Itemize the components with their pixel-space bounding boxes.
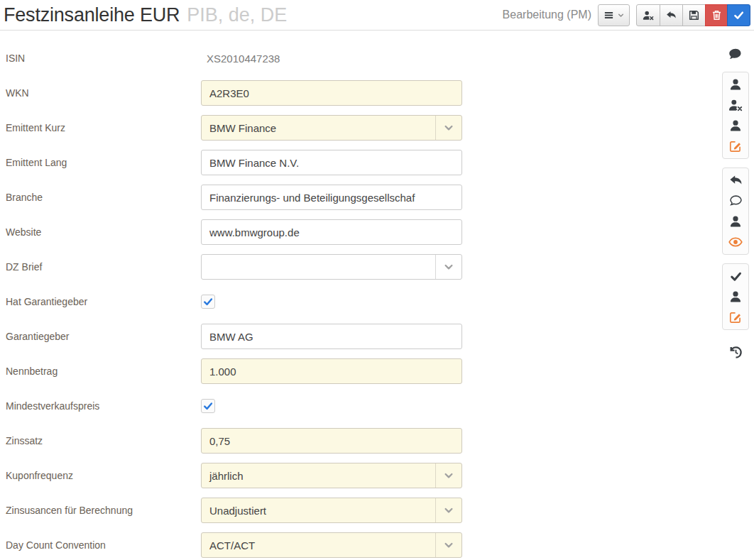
sidebar-group-approve: [722, 263, 749, 330]
isin-value: XS2010447238: [201, 53, 280, 65]
save-button[interactable]: [682, 4, 706, 26]
select-value: ACT/ACT: [202, 533, 435, 557]
form-row-zinssatz: Zinssatz: [6, 428, 717, 454]
form-row-emittent-kurz: Emittent Kurz BMW Finance: [6, 115, 717, 141]
save-icon: [689, 10, 699, 21]
action-sidebar: [717, 31, 754, 560]
nennbetrag-input[interactable]: [201, 358, 462, 384]
zinsusancen-select[interactable]: Unadjustiert: [201, 498, 462, 523]
form-row-day-count: Day Count Convention ACT/ACT: [6, 532, 717, 558]
user-icon[interactable]: [728, 77, 743, 92]
field-label-hat-garantiegeber: Hat Garantiegeber: [6, 296, 201, 307]
sidebar-group-users: [722, 72, 749, 159]
edit-icon[interactable]: [728, 138, 743, 154]
mindestverkaufspreis-checkbox[interactable]: [201, 399, 215, 413]
comment-filled-icon[interactable]: [728, 47, 743, 62]
remove-user-button[interactable]: [636, 4, 660, 26]
form-row-isin: ISIN XS2010447238: [6, 45, 717, 71]
field-label-kuponfrequenz: Kuponfrequenz: [6, 470, 201, 481]
sidebar-group-review: [722, 168, 749, 255]
branche-input[interactable]: [201, 185, 462, 210]
dz-brief-select[interactable]: [201, 254, 462, 280]
chevron-down-icon: [435, 255, 461, 279]
check-icon[interactable]: [728, 268, 743, 284]
chevron-down-icon: [435, 533, 461, 557]
field-label-emittent-kurz: Emittent Kurz: [6, 122, 201, 133]
trash-icon: [712, 10, 721, 21]
user-icon[interactable]: [728, 118, 743, 133]
select-value: BMW Finance: [202, 116, 435, 140]
action-button-group: [636, 4, 750, 26]
form-row-website: Website: [6, 219, 717, 245]
field-label-dz-brief: DZ Brief: [6, 261, 201, 273]
field-label-mindestverkaufspreis: Mindestverkaufspreis: [6, 400, 201, 412]
user-icon[interactable]: [728, 289, 743, 304]
field-label-day-count: Day Count Convention: [6, 539, 201, 551]
page-title: Festzinsanleihe EUR: [4, 4, 180, 26]
hat-garantiegeber-checkbox[interactable]: [201, 295, 215, 309]
history-icon[interactable]: [728, 344, 743, 360]
edit-icon[interactable]: [728, 309, 743, 325]
delete-button[interactable]: [705, 4, 728, 26]
select-value: [202, 255, 435, 279]
field-label-garantiegeber: Garantiegeber: [6, 331, 201, 342]
wkn-input[interactable]: [201, 80, 462, 106]
hamburger-icon: [603, 10, 614, 21]
garantiegeber-input[interactable]: [201, 324, 462, 349]
form-row-branche: Branche: [6, 185, 717, 210]
chevron-down-icon: [435, 498, 461, 522]
eye-icon[interactable]: [728, 234, 743, 250]
zinssatz-input[interactable]: [201, 428, 462, 454]
chevron-down-icon: [435, 116, 461, 140]
status-label: Bearbeitung (PM): [503, 9, 591, 21]
field-label-website: Website: [6, 226, 201, 238]
form-row-wkn: WKN: [6, 80, 717, 106]
form-row-hat-garantiegeber: Hat Garantiegeber: [6, 289, 717, 314]
chevron-down-icon: [435, 463, 461, 488]
select-value: Unadjustiert: [202, 498, 435, 522]
undo-icon[interactable]: [728, 172, 743, 188]
field-label-zinssatz: Zinssatz: [6, 435, 201, 446]
comment-outline-icon[interactable]: [728, 193, 743, 209]
menu-dropdown-button[interactable]: [598, 4, 630, 26]
field-label-zinsusancen: Zinsusancen für Berechnung: [6, 505, 201, 516]
form-row-emittent-lang: Emittent Lang: [6, 150, 717, 175]
field-label-branche: Branche: [6, 192, 201, 203]
form-row-kuponfrequenz: Kuponfrequenz jährlich: [6, 463, 717, 488]
field-label-wkn: WKN: [6, 87, 201, 99]
chevron-down-icon: [618, 12, 624, 18]
bond-edit-form: ISIN XS2010447238 WKN Emittent Kurz BMW …: [0, 31, 717, 560]
form-row-dz-brief: DZ Brief: [6, 254, 717, 280]
undo-button[interactable]: [660, 4, 683, 26]
website-input[interactable]: [201, 219, 462, 245]
page-subtitle: PIB, de, DE: [187, 4, 287, 26]
page-header: Festzinsanleihe EUR PIB, de, DE Bearbeit…: [0, 0, 754, 31]
day-count-convention-select[interactable]: ACT/ACT: [201, 532, 462, 558]
check-icon: [733, 10, 744, 21]
user-x-icon[interactable]: [728, 97, 743, 113]
undo-icon: [666, 10, 677, 21]
user-x-icon: [643, 10, 654, 21]
field-label-nennbetrag: Nennbetrag: [6, 366, 201, 377]
emittent-lang-input[interactable]: [201, 150, 462, 175]
form-row-zinsusancen: Zinsusancen für Berechnung Unadjustiert: [6, 498, 717, 523]
field-label-isin: ISIN: [6, 53, 201, 64]
select-value: jährlich: [202, 463, 435, 488]
field-label-emittent-lang: Emittent Lang: [6, 157, 201, 168]
form-row-nennbetrag: Nennbetrag: [6, 358, 717, 384]
emittent-kurz-select[interactable]: BMW Finance: [201, 115, 462, 141]
form-row-garantiegeber: Garantiegeber: [6, 324, 717, 349]
kuponfrequenz-select[interactable]: jährlich: [201, 463, 462, 488]
confirm-button[interactable]: [727, 4, 750, 26]
form-row-mindestverkaufspreis: Mindestverkaufspreis: [6, 393, 717, 419]
user-icon[interactable]: [728, 214, 743, 229]
